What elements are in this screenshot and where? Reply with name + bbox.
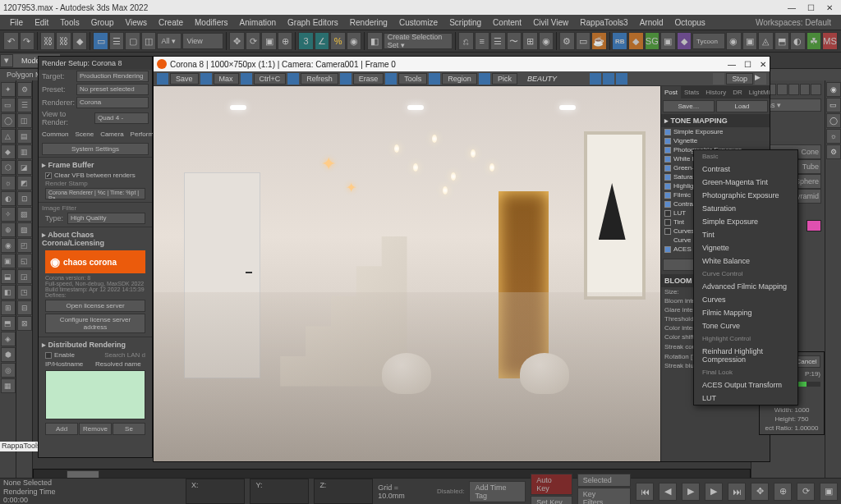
rb-icon[interactable]: ◯ <box>826 113 841 128</box>
lb2-icon[interactable]: ⊠ <box>17 316 32 331</box>
lb-icon[interactable]: ◈ <box>1 332 16 346</box>
render-setup-icon[interactable]: ⚙ <box>559 32 575 50</box>
ctx-menu-item[interactable]: LUT <box>694 392 797 405</box>
cmd-tab-motion[interactable] <box>788 84 799 95</box>
vfb-refresh-icon[interactable] <box>287 73 299 85</box>
vfb-max-icon[interactable] <box>200 73 212 85</box>
cmd-tab-display[interactable] <box>800 84 811 95</box>
vfb-tools-icon[interactable] <box>385 73 397 85</box>
lb-icon[interactable]: ▦ <box>1 378 16 393</box>
menu-customize[interactable]: Customize <box>394 16 443 29</box>
ctx-menu-item[interactable]: Tone Curve <box>694 319 797 332</box>
rotate-icon[interactable]: ⟳ <box>246 32 261 50</box>
lb2-icon[interactable]: ◪ <box>17 160 32 175</box>
lb-icon[interactable]: ◎ <box>1 363 16 378</box>
lb2-icon[interactable]: ⊡ <box>17 191 32 206</box>
menu-grapheditors[interactable]: Graph Editors <box>283 16 343 29</box>
lb-icon[interactable]: ⊞ <box>1 300 16 315</box>
render-frame-icon[interactable]: ▭ <box>576 32 591 50</box>
vfb-max-icon[interactable]: ☐ <box>744 60 751 69</box>
align-icon[interactable]: ≡ <box>475 32 490 50</box>
vfb-max-button[interactable]: Max <box>214 73 239 85</box>
vfb-close-icon[interactable]: ✕ <box>760 60 766 69</box>
lb-icon[interactable]: ✧ <box>1 207 16 222</box>
tm-opt-checkbox[interactable] <box>664 210 671 217</box>
plugin-icon-3[interactable]: ▣ <box>660 32 676 50</box>
lb-icon[interactable]: ⊕ <box>1 222 16 237</box>
vfb-stop-button[interactable]: Stop <box>726 73 753 85</box>
autokey-button[interactable]: Auto Key <box>531 474 572 495</box>
setkey-button[interactable]: Set Key <box>531 496 572 504</box>
tm-opt-checkbox[interactable] <box>664 147 671 153</box>
about-header[interactable]: ▸ About Chaos Corona/Licensing <box>42 229 149 249</box>
rb-icon[interactable]: ◉ <box>826 82 841 97</box>
undo-icon[interactable]: ↶ <box>3 32 19 50</box>
vfb-render-icon[interactable] <box>713 73 724 85</box>
lb2-icon[interactable]: ◱ <box>17 254 32 268</box>
lb-icon[interactable]: ▭ <box>1 98 16 112</box>
rb-icon[interactable]: ☼ <box>826 129 841 144</box>
vfb-erase-icon[interactable] <box>340 73 352 85</box>
vfb-copy-icon[interactable] <box>241 73 252 85</box>
side-tab-dr[interactable]: DR <box>729 86 746 99</box>
play-icon[interactable]: ▶ <box>682 483 700 501</box>
lb2-icon[interactable]: ⚙ <box>17 82 32 97</box>
ctx-menu-item[interactable]: Filmic Mapping <box>694 306 797 319</box>
lb2-icon[interactable]: ◫ <box>17 113 32 128</box>
vfb-save-button[interactable]: Save <box>170 73 199 85</box>
vfb-region-icon[interactable] <box>429 73 440 85</box>
window-close-icon[interactable]: ✕ <box>826 3 833 12</box>
rb-icon[interactable]: ⚙ <box>826 144 841 159</box>
target-dropdown[interactable]: Production Rendering Mode <box>76 71 149 82</box>
vfb-min-icon[interactable]: — <box>728 60 736 69</box>
dr-add-button[interactable]: Add <box>45 423 78 435</box>
ctx-menu-item[interactable]: Curves <box>694 293 797 306</box>
tm-opt-checkbox[interactable] <box>664 165 671 172</box>
ctx-menu-item[interactable]: Simple Exposure <box>694 215 797 228</box>
cmd-tab-hierarchy[interactable] <box>777 84 788 95</box>
menu-content[interactable]: Content <box>488 16 526 29</box>
extra-icon-3[interactable]: ◬ <box>758 32 774 50</box>
coord-z-input[interactable] <box>319 489 361 502</box>
lb-icon[interactable]: ◧ <box>1 285 16 300</box>
angle-snap-icon[interactable]: ∠ <box>315 32 330 50</box>
redo-icon[interactable]: ↷ <box>20 32 35 50</box>
system-settings-button[interactable]: System Settings <box>42 143 149 155</box>
material-editor-icon[interactable]: ◉ <box>539 32 554 50</box>
menu-rappatools[interactable]: RappaTools3 <box>575 16 632 29</box>
lb-icon[interactable]: ◆ <box>1 144 16 159</box>
window-crossing-icon[interactable]: ◫ <box>141 32 157 50</box>
scale-icon[interactable]: ▣ <box>261 32 277 50</box>
lb-icon[interactable]: ✦ <box>1 82 16 97</box>
extra-icon-5[interactable]: ◐ <box>790 32 806 50</box>
dr-header[interactable]: ▸ Distributed Rendering <box>42 339 149 351</box>
vfb-pick-icon[interactable] <box>479 73 490 85</box>
lb-icon[interactable]: △ <box>1 129 16 144</box>
curve-editor-icon[interactable]: 〜 <box>507 32 522 50</box>
lb2-icon[interactable]: ▥ <box>17 144 32 159</box>
add-time-tag-button[interactable]: Add Time Tag <box>469 481 526 502</box>
lb-icon[interactable]: ◉ <box>1 238 16 253</box>
menu-views[interactable]: Views <box>121 16 153 29</box>
schematic-icon[interactable]: ⊞ <box>522 32 538 50</box>
window-min-icon[interactable]: — <box>788 3 796 12</box>
menu-civilview[interactable]: Civil View <box>528 16 573 29</box>
clear-vfb-checkbox[interactable] <box>45 172 52 179</box>
post-load-button[interactable]: Load <box>716 100 768 112</box>
select-icon[interactable]: ▭ <box>93 32 108 50</box>
snap-toggle-icon[interactable]: 3 <box>298 32 314 50</box>
coord-x-input[interactable] <box>191 489 232 502</box>
workspace-selector[interactable]: Workspaces: Default <box>751 16 836 29</box>
vfb-ctrlc-button[interactable]: Ctrl+C <box>254 73 287 85</box>
extra-icon-1[interactable]: ◉ <box>726 32 742 50</box>
nav-icon[interactable]: ⟳ <box>797 483 815 501</box>
bind-icon[interactable]: ◆ <box>72 32 88 50</box>
tm-opt-checkbox[interactable] <box>664 228 671 235</box>
vfb-refresh-button[interactable]: Refresh <box>301 73 338 85</box>
menu-arnold[interactable]: Arnold <box>635 16 669 29</box>
color-swatch[interactable] <box>807 220 821 231</box>
tonemap-header[interactable]: ▸ TONE MAPPING <box>661 114 770 127</box>
lb-icon[interactable]: ◯ <box>1 113 16 128</box>
ctx-menu-item[interactable]: Contrast <box>694 163 797 176</box>
play-end-icon[interactable]: ⏭ <box>728 483 746 501</box>
